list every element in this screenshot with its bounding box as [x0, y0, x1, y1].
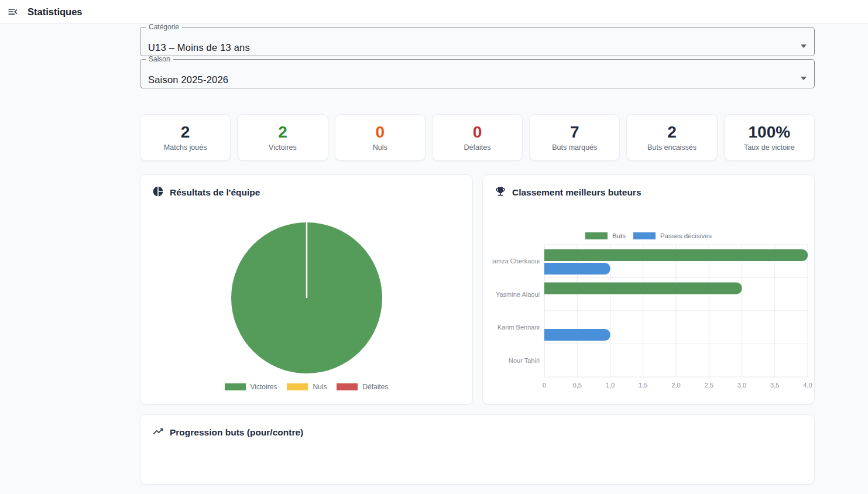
pie-card-title: Résultats de l'équipe	[170, 187, 260, 198]
bar-card-header: Classement meilleurs buteurs	[492, 186, 805, 200]
legend-item-defaites[interactable]: Défaites	[337, 383, 388, 391]
stat-card-matchs-joues: 2 Matchs joués	[140, 114, 231, 161]
stat-label: Buts marqués	[552, 143, 597, 152]
category-select-value: U13 – Moins de 13 ans	[148, 42, 250, 53]
page-title: Statistiques	[28, 6, 83, 18]
topbar: Statistiques	[0, 0, 868, 24]
legend-item-passes[interactable]: Passes décisives	[633, 232, 712, 239]
pie-legend-swatch	[337, 383, 358, 390]
menu-open-icon[interactable]	[5, 4, 20, 19]
svg-text:4,0: 4,0	[803, 382, 812, 389]
pie-legend-swatch	[287, 383, 308, 390]
stat-label: Défaites	[464, 143, 491, 152]
legend-item-buts[interactable]: Buts	[585, 232, 626, 239]
pie-chart-icon	[152, 186, 164, 200]
bar-legend-swatch	[633, 232, 656, 239]
stats-row: 2 Matchs joués 2 Victoires 0 Nuls 0 Défa…	[140, 114, 815, 161]
chevron-down-icon	[801, 77, 807, 80]
category-select[interactable]: Catégorie U13 – Moins de 13 ans	[140, 24, 815, 56]
season-select-label: Saison	[149, 55, 170, 63]
stat-card-defaites: 0 Défaites	[432, 114, 523, 161]
stat-value: 7	[570, 124, 579, 140]
chevron-down-icon	[801, 44, 807, 48]
legend-label: Passes décisives	[660, 232, 712, 239]
top-scorers-card: Classement meilleurs buteurs Buts Passes…	[482, 174, 815, 404]
svg-text:Nour Tahiri: Nour Tahiri	[509, 357, 540, 364]
svg-text:3,0: 3,0	[737, 382, 746, 389]
svg-text:Karim Bennani: Karim Bennani	[498, 324, 540, 331]
stat-value: 2	[667, 124, 677, 140]
stat-card-nuls: 0 Nuls	[335, 114, 426, 161]
svg-text:Hamza Cherkaoui: Hamza Cherkaoui	[492, 258, 540, 265]
svg-text:0: 0	[543, 382, 546, 389]
stat-value: 2	[181, 124, 190, 140]
category-select-label: Catégorie	[149, 23, 179, 31]
legend-item-victoires[interactable]: Victoires	[225, 383, 277, 391]
legend-label: Buts	[612, 232, 626, 239]
stat-value: 0	[375, 124, 385, 140]
stat-value: 2	[278, 124, 287, 140]
stat-card-taux-victoire: 100% Taux de victoire	[724, 114, 815, 161]
svg-text:Yasmine Alaoui: Yasmine Alaoui	[496, 291, 540, 298]
season-select[interactable]: Saison Saison 2025-2026	[140, 56, 815, 88]
legend-item-nuls[interactable]: Nuls	[287, 383, 327, 391]
stat-card-buts-encaisses: 2 Buts encaissés	[626, 114, 717, 161]
legend-label: Victoires	[251, 383, 277, 391]
svg-text:0,5: 0,5	[573, 382, 582, 389]
legend-label: Nuls	[313, 383, 327, 391]
main-content: Catégorie U13 – Moins de 13 ans Saison S…	[140, 24, 815, 485]
bar-legend-swatch	[585, 232, 608, 239]
svg-text:1,5: 1,5	[639, 382, 647, 389]
stat-label: Victoires	[269, 143, 297, 152]
stat-card-buts-marques: 7 Buts marqués	[529, 114, 620, 161]
stat-label: Buts encaissés	[647, 143, 697, 152]
progress-card-header: Progression buts (pour/contre)	[150, 426, 805, 440]
svg-text:2,5: 2,5	[705, 382, 713, 389]
trophy-icon	[495, 186, 506, 200]
charts-row: Résultats de l'équipe Victoires Nuls Déf…	[140, 174, 815, 404]
svg-text:3,5: 3,5	[770, 382, 779, 389]
team-results-card: Résultats de l'équipe Victoires Nuls Déf…	[140, 174, 473, 404]
legend-label: Défaites	[362, 383, 388, 391]
trending-up-icon	[152, 426, 164, 440]
stat-value: 100%	[749, 124, 791, 140]
pie-card-header: Résultats de l'équipe	[150, 186, 463, 200]
bar-legend: Buts Passes décisives	[492, 232, 805, 239]
goals-progression-card: Progression buts (pour/contre)	[140, 414, 815, 485]
season-select-value: Saison 2025-2026	[148, 74, 228, 85]
progress-card-title: Progression buts (pour/contre)	[170, 427, 303, 438]
team-results-pie-chart[interactable]	[231, 222, 383, 374]
svg-text:2,0: 2,0	[671, 382, 680, 389]
stat-label: Nuls	[373, 143, 387, 152]
stat-label: Matchs joués	[164, 143, 207, 152]
stat-label: Taux de victoire	[744, 143, 795, 152]
stat-card-victoires: 2 Victoires	[237, 114, 328, 161]
bar-card-title: Classement meilleurs buteurs	[512, 187, 641, 198]
svg-text:1,0: 1,0	[606, 382, 615, 389]
pie-legend: Victoires Nuls Défaites	[150, 383, 463, 391]
pie-legend-swatch	[225, 383, 246, 390]
top-scorers-bar-chart[interactable]: 00,51,01,52,02,53,03,54,0Hamza Cherkaoui…	[492, 244, 815, 392]
stat-value: 0	[473, 124, 482, 140]
